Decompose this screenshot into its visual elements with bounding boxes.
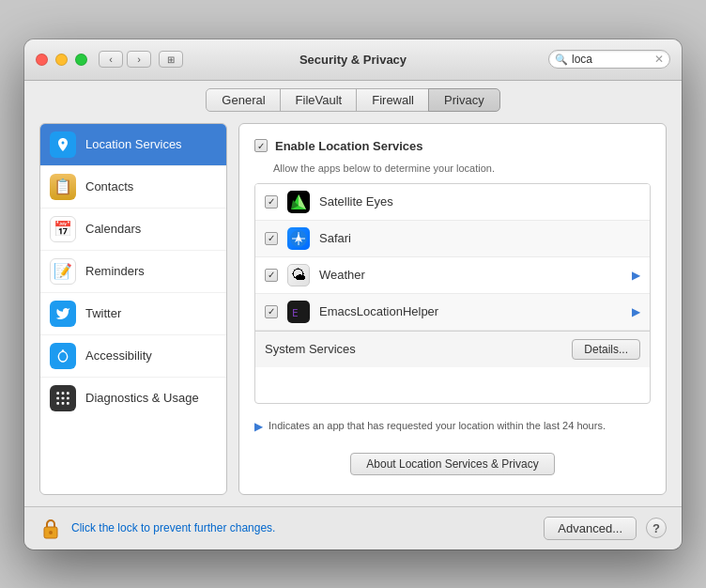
tab-privacy[interactable]: Privacy xyxy=(428,88,500,112)
diagnostics-icon xyxy=(50,385,76,411)
grid-button[interactable]: ⊞ xyxy=(159,51,183,68)
window: ‹ › ⊞ Security & Privacy 🔍 ✕ General Fil… xyxy=(24,39,682,549)
search-clear-icon[interactable]: ✕ xyxy=(654,53,664,66)
satellite-eyes-label: Satellite Eyes xyxy=(319,194,640,209)
safari-label: Safari xyxy=(319,231,640,245)
safari-checkbox[interactable]: ✓ xyxy=(265,232,278,245)
help-button[interactable]: ? xyxy=(646,518,667,538)
sidebar-item-diagnostics[interactable]: Diagnostics & Usage xyxy=(40,378,226,419)
reminders-icon: 📝 xyxy=(50,258,76,285)
checkmark-icon: ✓ xyxy=(268,196,275,207)
location-icon xyxy=(50,132,76,158)
nav-buttons: ‹ › ⊞ xyxy=(99,51,183,68)
safari-icon xyxy=(287,227,310,250)
weather-icon: 🌤 xyxy=(287,264,310,286)
svg-rect-1 xyxy=(56,392,59,395)
notice-arrow-icon: ▶ xyxy=(254,420,263,433)
sidebar-item-reminders[interactable]: 📝 Reminders xyxy=(40,251,226,293)
checkmark-icon: ✓ xyxy=(268,270,275,280)
notice-row: ▶ Indicates an app that has requested yo… xyxy=(254,413,651,439)
bottom-bar: Click the lock to prevent further change… xyxy=(24,506,682,549)
sidebar-item-twitter[interactable]: Twitter xyxy=(40,293,226,335)
checkmark-icon: ✓ xyxy=(257,141,265,151)
back-button[interactable]: ‹ xyxy=(99,51,123,68)
svg-rect-8 xyxy=(62,402,65,405)
tab-general[interactable]: General xyxy=(206,88,281,112)
system-services-label: System Services xyxy=(265,342,572,356)
sidebar-item-calendars[interactable]: 📅 Calendars xyxy=(40,209,226,251)
svg-rect-5 xyxy=(62,396,65,399)
content-area: Location Services 📋 Contacts 📅 Calendars… xyxy=(24,112,682,506)
sidebar-label-reminders: Reminders xyxy=(85,264,145,278)
weather-label: Weather xyxy=(319,268,622,282)
search-input[interactable] xyxy=(572,53,647,66)
apps-list: ✓ Satellite Eyes ✓ xyxy=(254,183,651,405)
twitter-icon xyxy=(50,301,76,327)
about-btn-wrap: About Location Services & Privacy xyxy=(254,449,651,479)
contacts-icon: 📋 xyxy=(50,174,76,200)
search-box[interactable]: 🔍 ✕ xyxy=(548,50,670,69)
sidebar-label-calendars: Calendars xyxy=(85,222,141,236)
accessibility-icon xyxy=(50,343,76,369)
enable-checkbox[interactable]: ✓ xyxy=(254,139,268,152)
window-title: Security & Privacy xyxy=(299,53,407,67)
details-button[interactable]: Details... xyxy=(572,339,640,360)
forward-button[interactable]: › xyxy=(127,51,151,68)
close-button[interactable] xyxy=(36,54,48,66)
table-row: ✓ Safari xyxy=(255,221,650,257)
svg-rect-4 xyxy=(56,396,59,399)
sidebar-item-location[interactable]: Location Services xyxy=(40,124,226,166)
emacs-icon: E xyxy=(287,301,310,323)
emacs-location-arrow: ▶ xyxy=(632,305,640,318)
sidebar-label-diagnostics: Diagnostics & Usage xyxy=(85,391,199,405)
table-row: ✓ Satellite Eyes xyxy=(255,184,650,221)
svg-point-20 xyxy=(49,531,53,534)
tab-filevault[interactable]: FileVault xyxy=(280,88,359,112)
lock-text: Click the lock to prevent further change… xyxy=(71,521,534,534)
sidebar-label-accessibility: Accessibility xyxy=(85,348,152,363)
sidebar-item-accessibility[interactable]: Accessibility xyxy=(40,335,226,378)
checkmark-icon: ✓ xyxy=(268,233,275,243)
sidebar-item-contacts[interactable]: 📋 Contacts xyxy=(40,166,226,209)
calendars-icon: 📅 xyxy=(50,216,76,242)
svg-text:E: E xyxy=(292,307,299,319)
search-icon: 🔍 xyxy=(555,54,568,66)
minimize-button[interactable] xyxy=(55,54,68,66)
tab-firewall[interactable]: Firewall xyxy=(356,88,430,112)
svg-rect-3 xyxy=(67,392,69,395)
maximize-button[interactable] xyxy=(75,54,87,66)
svg-rect-9 xyxy=(67,402,69,405)
table-row: ✓ E EmacsLocationHelper ▶ xyxy=(255,294,650,331)
table-row: ✓ 🌤 Weather ▶ xyxy=(255,257,650,294)
enable-row: ✓ Enable Location Services xyxy=(254,139,651,153)
tab-bar: General FileVault Firewall Privacy xyxy=(24,81,682,112)
satellite-eyes-icon xyxy=(287,191,310,213)
sidebar-label-contacts: Contacts xyxy=(85,179,133,193)
sidebar-label-location: Location Services xyxy=(85,137,182,151)
svg-rect-6 xyxy=(67,396,69,399)
lock-button[interactable] xyxy=(39,517,62,539)
sidebar-label-twitter: Twitter xyxy=(85,306,121,320)
emacs-checkbox[interactable]: ✓ xyxy=(265,305,278,318)
about-location-button[interactable]: About Location Services & Privacy xyxy=(350,453,554,475)
system-services-row: System Services Details... xyxy=(255,331,650,367)
enable-desc: Allow the apps below to determine your l… xyxy=(273,162,651,174)
satellite-checkbox[interactable]: ✓ xyxy=(265,195,278,209)
weather-location-arrow: ▶ xyxy=(632,269,640,282)
advanced-button[interactable]: Advanced... xyxy=(544,517,637,540)
emacs-label: EmacsLocationHelper xyxy=(319,304,622,318)
main-panel: ✓ Enable Location Services Allow the app… xyxy=(238,123,667,495)
notice-text: Indicates an app that has requested your… xyxy=(269,419,606,433)
sidebar: Location Services 📋 Contacts 📅 Calendars… xyxy=(39,123,227,495)
svg-rect-7 xyxy=(56,402,59,405)
weather-checkbox[interactable]: ✓ xyxy=(265,269,278,282)
titlebar: ‹ › ⊞ Security & Privacy 🔍 ✕ xyxy=(24,39,682,81)
svg-rect-2 xyxy=(62,392,65,395)
enable-label: Enable Location Services xyxy=(275,139,423,153)
traffic-lights xyxy=(36,54,87,66)
checkmark-icon: ✓ xyxy=(268,306,275,317)
